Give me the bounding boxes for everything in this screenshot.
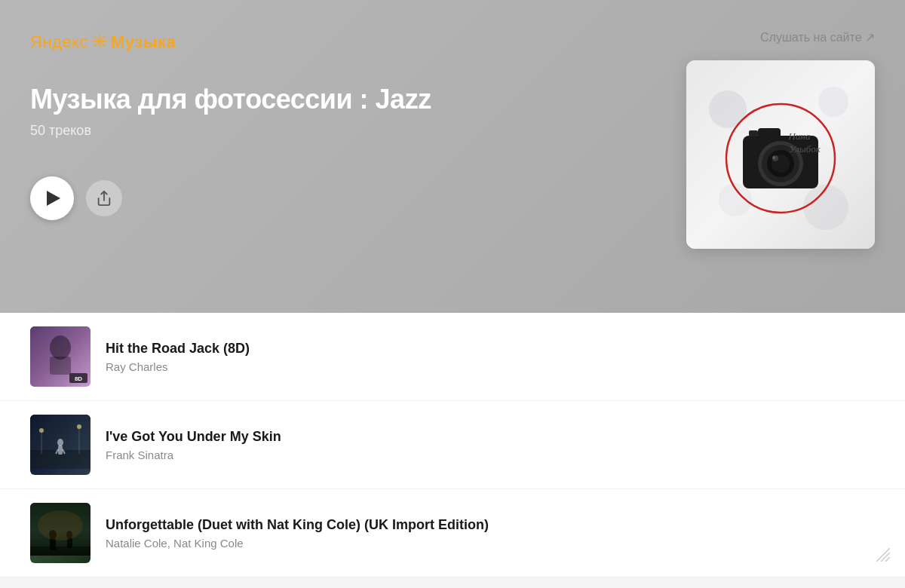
track-info-2: I've Got You Under My Skin Frank Sinatra bbox=[106, 429, 281, 461]
track-art-3 bbox=[30, 503, 90, 556]
track-info-3: Unforgettable (Duet with Nat King Cole) … bbox=[106, 517, 489, 550]
listen-on-site-link[interactable]: Слушать на сайте ↗ bbox=[760, 30, 875, 44]
svg-rect-19 bbox=[50, 357, 71, 375]
yandex-star-icon: ✳ bbox=[91, 30, 108, 54]
svg-point-18 bbox=[50, 335, 71, 360]
hero-section: Яндекс ✳ Музыка Музыка для фотосессии : … bbox=[0, 0, 905, 313]
svg-point-29 bbox=[39, 428, 44, 433]
svg-text:8D: 8D bbox=[75, 375, 82, 382]
svg-point-13 bbox=[772, 156, 775, 159]
track-artist: Natalie Cole, Nat King Cole bbox=[106, 537, 489, 550]
track-item[interactable]: 8D Hit the Road Jack (8D) Ray Charles bbox=[0, 313, 905, 401]
svg-point-3 bbox=[803, 185, 848, 230]
track-info-1: Hit the Road Jack (8D) Ray Charles bbox=[106, 341, 250, 373]
share-button[interactable] bbox=[86, 180, 122, 216]
muzyka-text: Музыка bbox=[111, 32, 176, 52]
svg-rect-7 bbox=[758, 128, 781, 139]
play-icon bbox=[47, 191, 60, 206]
track-title: I've Got You Under My Skin bbox=[106, 429, 281, 445]
svg-rect-25 bbox=[58, 446, 63, 455]
track-title: Hit the Road Jack (8D) bbox=[106, 341, 250, 357]
track-item[interactable]: I've Got You Under My Skin Frank Sinatra bbox=[0, 401, 905, 489]
album-art-inner: Нина Улыбок bbox=[686, 60, 875, 249]
yandex-logo: Яндекс ✳ Музыка bbox=[30, 30, 875, 54]
svg-point-2 bbox=[818, 87, 848, 117]
svg-point-31 bbox=[77, 424, 81, 429]
play-button[interactable] bbox=[30, 176, 74, 220]
track-thumbnail-3 bbox=[30, 503, 90, 563]
svg-point-24 bbox=[57, 439, 63, 446]
track-artist: Frank Sinatra bbox=[106, 449, 281, 461]
svg-line-41 bbox=[885, 557, 890, 562]
track-artist: Ray Charles bbox=[106, 360, 250, 373]
track-thumbnail-2 bbox=[30, 415, 90, 475]
track-thumbnail-1: 8D bbox=[30, 326, 90, 387]
svg-text:Нина: Нина bbox=[788, 130, 811, 142]
svg-point-37 bbox=[38, 510, 83, 541]
album-art: Нина Улыбок bbox=[686, 60, 875, 249]
camera-icon: Нина Улыбок bbox=[705, 79, 856, 230]
svg-text:Улыбок: Улыбок bbox=[789, 143, 821, 155]
svg-line-40 bbox=[881, 553, 890, 562]
track-art-1: 8D bbox=[30, 326, 90, 387]
yandex-text: Яндекс bbox=[30, 32, 88, 52]
svg-rect-14 bbox=[749, 130, 758, 136]
share-icon bbox=[96, 190, 112, 207]
track-art-2 bbox=[30, 415, 90, 469]
svg-rect-38 bbox=[30, 547, 90, 556]
resize-handle bbox=[876, 548, 890, 565]
track-title: Unforgettable (Duet with Nat King Cole) … bbox=[106, 517, 489, 533]
track-item[interactable]: Unforgettable (Duet with Nat King Cole) … bbox=[0, 489, 905, 577]
listen-link-text: Слушать на сайте ↗ bbox=[760, 30, 875, 44]
track-list: 8D Hit the Road Jack (8D) Ray Charles bbox=[0, 313, 905, 577]
resize-icon bbox=[876, 548, 890, 562]
